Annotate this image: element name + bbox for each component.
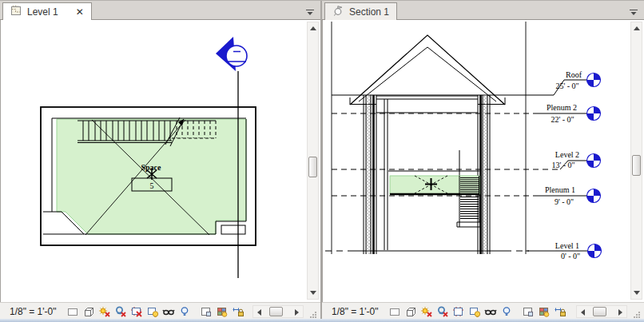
close-icon[interactable]: ✕ [76,7,84,17]
shadows-off-icon[interactable] [114,305,127,318]
level-tags: Roof 25' - 0" Plenum 2 22' - 0" Level 2 … [545,70,602,260]
level-tag-level2[interactable]: Level 2 13' - 0" [551,150,600,169]
tab-list-menu-icon[interactable] [305,6,315,15]
view-scale-button[interactable]: 1/8" = 1'-0" [332,306,379,317]
horizontal-scrollbar[interactable] [252,305,304,318]
scroll-right-button[interactable] [292,307,302,317]
resize-grip[interactable] [309,308,318,317]
worksharing-display-icon[interactable] [538,305,551,318]
section-roof[interactable] [350,35,505,105]
scroll-up-button[interactable] [308,23,318,34]
section-left-wall[interactable] [364,95,388,254]
svg-text:22' - 0": 22' - 0" [551,115,574,124]
tab-list-menu-icon[interactable] [629,6,638,15]
tab-level-1[interactable]: Level 1 ✕ [2,2,92,20]
scroll-left-button[interactable] [578,307,588,317]
floor-plan-panel: Level 1 ✕ [0,1,320,320]
right-tabbar: Section 1 [322,1,644,20]
tab-label: Section 1 [349,6,389,18]
sun-path-off-icon[interactable] [420,305,433,318]
section-right-wall[interactable] [478,95,490,254]
plan-casework[interactable] [221,225,245,234]
scroll-down-button[interactable] [631,288,642,298]
floor-plan-icon [10,5,22,19]
space-number-text[interactable]: 5 [150,181,154,190]
horizontal-scroll-thumb[interactable] [593,307,606,316]
svg-text:Plenum 1: Plenum 1 [545,185,575,194]
shadows-off-icon[interactable] [436,305,449,318]
reveal-hidden-elements-icon[interactable] [500,305,513,318]
vertical-scroll-thumb[interactable] [308,157,317,177]
section-view-icon [332,5,344,19]
crop-view-icon[interactable] [130,305,143,318]
section-level2-floor [388,150,479,176]
arrow-up-icon [634,26,640,30]
view-control-bar: 1/8" = 1'-0" [0,302,320,320]
section-lower-stair[interactable] [457,194,480,227]
svg-text:25' - 0": 25' - 0" [555,81,578,90]
horizontal-scrollbar[interactable] [576,305,627,318]
view-scale-button[interactable]: 1/8" = 1'-0" [10,306,57,317]
svg-text:Level 1: Level 1 [555,241,579,250]
worksharing-display-icon[interactable] [216,305,229,318]
arrow-up-icon [310,26,316,30]
show-crop-region-icon[interactable] [146,305,159,318]
vertical-scrollbar[interactable] [630,22,642,300]
svg-text:Level 2: Level 2 [555,150,579,159]
view-control-bar: 1/8" = 1'-0" [322,302,644,320]
vertical-scroll-thumb[interactable] [632,155,641,176]
svg-text:9' - 0": 9' - 0" [555,197,574,206]
floor-plan-drawing[interactable]: Space 5 [2,20,308,302]
left-tabbar: Level 1 ✕ [0,1,320,20]
window-bottom-border [0,319,644,322]
tab-section-1[interactable]: Section 1 [324,2,397,20]
temporary-hide-isolate-icon[interactable] [162,305,175,318]
revit-tiled-views-window: Level 1 ✕ [0,0,644,322]
horizontal-scroll-thumb[interactable] [269,307,283,316]
svg-text:Roof: Roof [566,70,582,79]
section-extent-lines [332,22,526,254]
reveal-constraints-icon[interactable] [232,305,244,318]
visual-style-icon[interactable] [82,305,95,318]
reveal-hidden-elements-icon[interactable] [178,305,191,318]
temporary-hide-isolate-icon[interactable] [484,305,497,318]
svg-text:0' - 0": 0' - 0" [561,252,580,260]
arrow-down-icon [310,291,316,295]
svg-text:Plenum 2: Plenum 2 [547,103,577,112]
svg-text:13' - 0": 13' - 0" [551,161,574,169]
detail-level-icon[interactable] [388,305,401,318]
arrow-down-icon [634,291,640,295]
crop-view-icon[interactable] [452,305,465,318]
arrow-left-icon [581,309,585,316]
section-panel: Section 1 [322,1,644,320]
detail-level-icon[interactable] [66,305,79,318]
sun-path-off-icon[interactable] [98,305,111,318]
arrow-right-icon [618,309,622,316]
scroll-right-button[interactable] [615,307,626,317]
scroll-up-button[interactable] [631,23,642,34]
show-crop-region-icon[interactable] [468,305,481,318]
temporary-view-properties-icon[interactable] [522,305,535,318]
scroll-down-button[interactable] [308,288,318,298]
scroll-left-button[interactable] [254,307,264,317]
section-roof-floor-structure [376,96,478,113]
section-head-circle [226,46,247,66]
arrow-right-icon [295,309,299,316]
section-viewport[interactable]: Roof 25' - 0" Plenum 2 22' - 0" Level 2 … [322,20,644,302]
vertical-scrollbar[interactable] [307,22,319,300]
temporary-view-properties-icon[interactable] [200,305,213,318]
resize-grip[interactable] [633,308,642,317]
reveal-constraints-icon[interactable] [554,305,566,318]
section-drawing[interactable]: Roof 25' - 0" Plenum 2 22' - 0" Level 2 … [324,20,629,302]
floor-plan-viewport[interactable]: Space 5 [0,20,320,302]
tab-label: Level 1 [27,6,58,18]
visual-style-icon[interactable] [404,305,417,318]
arrow-left-icon [257,309,261,316]
